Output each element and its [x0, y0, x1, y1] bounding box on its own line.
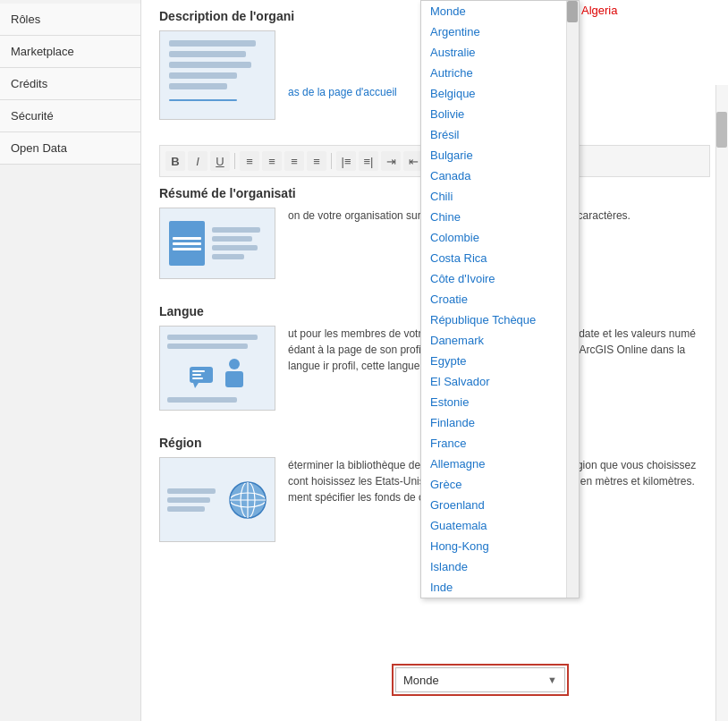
sidebar-item-opendata[interactable]: Open Data — [0, 132, 140, 165]
country-item-belgique[interactable]: Belgique — [421, 83, 568, 104]
toolbar-underline[interactable]: U — [210, 151, 230, 171]
speech-bubble-icon — [190, 367, 216, 390]
country-item-bresil[interactable]: Brésil — [421, 124, 568, 145]
sidebar-item-credits[interactable]: Crédits — [0, 68, 140, 100]
country-item-croatie[interactable]: Croatie — [421, 289, 568, 310]
toolbar-align-left[interactable]: ≡ — [240, 151, 259, 171]
region-line-1 — [167, 488, 216, 494]
sl-1 — [212, 227, 260, 233]
globe-icon — [228, 480, 267, 520]
scrollbar-thumb — [567, 1, 578, 22]
region-image — [159, 457, 275, 542]
svg-rect-4 — [192, 377, 203, 379]
toolbar-list-unordered[interactable]: |≡ — [336, 151, 356, 171]
lang-icon-area — [190, 358, 245, 390]
toolbar-list-ordered[interactable]: ≡| — [359, 151, 378, 171]
country-item-france[interactable]: France — [421, 433, 568, 454]
toolbar-align-center[interactable]: ≡ — [262, 151, 282, 171]
bottom-select-area: Monde ▼ — [392, 664, 569, 696]
country-item-groenland[interactable]: Groenland — [421, 495, 568, 515]
country-item-cote-ivoire[interactable]: Côte d'Ivoire — [421, 268, 568, 289]
dropdown-scrollbar[interactable] — [566, 1, 579, 598]
bottom-select-arrow: ▼ — [547, 674, 557, 685]
desc-line-2 — [169, 51, 246, 57]
svg-marker-1 — [193, 383, 199, 388]
icon-line-2 — [173, 242, 201, 245]
toolbar-align-justify[interactable]: ≡ — [307, 151, 326, 171]
desc-line-1 — [169, 40, 256, 47]
icon-line-1 — [173, 237, 201, 240]
country-item-colombie[interactable]: Colombie — [421, 227, 568, 248]
country-item-danemark[interactable]: Danemark — [421, 330, 568, 351]
summary-image — [159, 208, 275, 279]
country-item-finlande[interactable]: Finlande — [421, 412, 568, 433]
sl-4 — [212, 254, 244, 259]
svg-rect-2 — [192, 370, 205, 372]
country-item-islande[interactable]: Islande — [421, 556, 568, 577]
country-item-chili[interactable]: Chili — [421, 186, 568, 207]
sidebar: Rôles Marketplace Crédits Sécurité Open … — [0, 0, 141, 721]
country-item-monde[interactable]: Monde — [421, 1, 568, 21]
sl-3 — [212, 245, 258, 250]
lang-line-3 — [167, 397, 237, 403]
desc-underline — [169, 99, 237, 101]
toolbar-align-right[interactable]: ≡ — [284, 151, 304, 171]
lang-line-1 — [167, 335, 258, 340]
country-item-australie[interactable]: Australie — [421, 42, 568, 63]
description-link[interactable]: as de la page d'accueil — [288, 86, 397, 98]
lang-bottom-lines — [167, 397, 267, 403]
right-scrollbar-thumb — [716, 112, 727, 148]
bottom-select-box: Monde ▼ — [392, 664, 569, 696]
person-icon — [224, 358, 245, 390]
region-line-3 — [167, 506, 205, 512]
country-item-autriche[interactable]: Autriche — [421, 63, 568, 83]
country-item-bulgarie[interactable]: Bulgarie — [421, 145, 568, 165]
country-item-argentine[interactable]: Argentine — [421, 21, 568, 42]
summary-icon — [169, 221, 205, 266]
toolbar-italic[interactable]: I — [188, 151, 207, 171]
desc-img-lines — [160, 31, 275, 110]
summary-lines — [212, 227, 266, 259]
description-image — [159, 30, 275, 120]
country-item-grece[interactable]: Grèce — [421, 474, 568, 495]
desc-line-3 — [169, 62, 251, 68]
region-line-2 — [167, 497, 210, 503]
country-item-egypte[interactable]: Egypte — [421, 351, 568, 371]
country-item-estonie[interactable]: Estonie — [421, 392, 568, 412]
country-item-guatemala[interactable]: Guatemala — [421, 515, 568, 536]
right-scrollbar[interactable] — [715, 85, 728, 721]
country-list: MondeArgentineAustralieAutricheBelgiqueB… — [421, 1, 568, 598]
country-item-rep-tcheque[interactable]: République Tchèque — [421, 310, 568, 330]
svg-rect-3 — [192, 374, 201, 376]
main-content: Description de l'organi as de la page d'… — [141, 0, 728, 721]
sidebar-item-marketplace[interactable]: Marketplace — [0, 36, 140, 68]
language-image — [159, 326, 275, 411]
bottom-select[interactable]: Monde ▼ — [395, 667, 565, 692]
country-item-el-salvador[interactable]: El Salvador — [421, 371, 568, 392]
lang-img-lines — [167, 335, 267, 349]
selected-country-label: Algeria — [581, 4, 617, 17]
country-item-costa-rica[interactable]: Costa Rica — [421, 248, 568, 268]
bottom-select-text: Monde — [403, 674, 439, 687]
toolbar-bold[interactable]: B — [165, 151, 185, 171]
country-item-chine[interactable]: Chine — [421, 207, 568, 227]
country-item-allemagne[interactable]: Allemagne — [421, 454, 568, 474]
icon-line-3 — [173, 248, 201, 250]
svg-point-5 — [229, 359, 240, 369]
toolbar-sep-1 — [234, 153, 235, 169]
sidebar-item-roles[interactable]: Rôles — [0, 4, 140, 36]
country-item-canada[interactable]: Canada — [421, 165, 568, 186]
sidebar-item-security[interactable]: Sécurité — [0, 100, 140, 132]
lang-line-2 — [167, 344, 248, 349]
desc-line-5 — [169, 83, 227, 89]
region-img-lines — [167, 488, 221, 512]
country-item-inde[interactable]: Inde — [421, 577, 568, 598]
svg-rect-6 — [225, 371, 243, 387]
country-item-hong-kong[interactable]: Hong-Kong — [421, 536, 568, 556]
toolbar-sep-2 — [331, 153, 332, 169]
country-item-bolivie[interactable]: Bolivie — [421, 104, 568, 124]
desc-line-4 — [169, 72, 237, 79]
sl-2 — [212, 236, 252, 242]
toolbar-indent[interactable]: ⇥ — [381, 151, 401, 171]
country-dropdown: MondeArgentineAustralieAutricheBelgiqueB… — [420, 0, 580, 598]
